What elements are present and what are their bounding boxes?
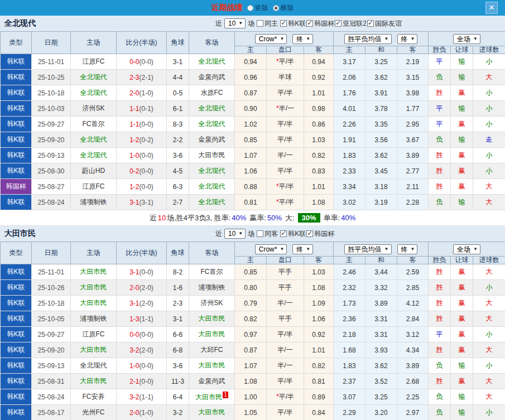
away-odds-cell: 1.03 [304,264,334,280]
handicap-result-value: 输 [459,393,465,400]
match-type-badge: 韩K联 [1,296,32,311]
score-cell: 1-2(0-2) [117,132,167,148]
score-cell: 2-0(2-0) [117,280,167,296]
handicap-value: 平/半 [279,57,294,65]
match-row: 韩K联25-10-03济州SK1-1(0-1)6-1全北现代0.90*半/一0.… [1,101,505,117]
goals-result-cell: 小 [473,163,505,179]
away-team-name: 全北现代 [199,198,225,206]
bookmaker-select[interactable]: Crow*▼ [255,244,287,254]
league-checkbox[interactable] [306,20,313,27]
score-cell: 1-2(0-0) [117,179,167,195]
league-checkbox[interactable] [280,230,287,237]
handicap-value: 半/一 [279,104,294,112]
handicap-value: 半/一 [277,346,292,354]
score-cell: 2-0(1-0) [117,405,167,420]
league-filter[interactable]: 韩国杯 [306,229,334,239]
home-odds-cell: 1.07 [235,148,267,163]
half-time-score: (0-0) [140,378,153,385]
same-venue-checkbox[interactable] [257,230,263,237]
goals-result-cell: 大 [473,195,505,210]
avg-win-odds-cell: 4.01 [334,101,365,117]
handicap-result-value: 赢 [459,120,465,128]
same-venue-checkbox[interactable] [257,20,263,27]
avg-draw-odds-cell: 3.25 [365,389,397,405]
sub-col-result: 胜负 [429,257,451,264]
full-time-score: 2-1 [129,378,139,385]
home-team-cell: 大田市民 [71,342,117,358]
dropdown-arrow-icon: ▼ [411,245,415,253]
league-filter[interactable]: 国际友谊 [367,19,402,28]
avg-win-odds-cell: 3.02 [334,195,365,210]
corner-cell: 4-4 [167,70,189,85]
league-checkbox[interactable] [335,20,342,27]
match-count-select[interactable]: 10 ▼ [224,229,246,239]
close-button[interactable]: ✕ [485,2,498,14]
league-filter[interactable]: 韩国杯 [306,19,334,28]
goals-result-value: 大 [486,268,493,276]
league-checkbox[interactable] [280,20,287,27]
scope-select[interactable]: 全场▼ [453,244,480,254]
league-checkbox[interactable] [367,20,374,27]
home-team-name: 江原FC [83,182,105,190]
league-filter[interactable]: 亚冠联2 [335,19,367,28]
avg-win-odds-cell: 2.36 [334,311,365,327]
avg-win-odds-cell: 1.73 [334,296,365,311]
col-type: 类型 [1,32,32,54]
handicap-value: 平手 [278,283,292,291]
match-count-select[interactable]: 10 ▼ [224,18,246,28]
half-time-score: (0-0) [140,362,153,370]
avg-draw-odds-cell: 3.56 [365,132,397,148]
league-checkbox[interactable] [306,230,313,237]
league-filter[interactable]: 韩K联 [280,19,306,28]
home-team-name: 全北现代 [80,89,107,96]
radio-button-icon[interactable] [247,5,253,11]
same-venue-filter[interactable]: 同主 [257,19,278,28]
result-cell: 负 [429,195,451,210]
away-team-cell: 金泉尚武 [189,132,235,148]
avg-time-select[interactable]: 终▼ [397,34,418,44]
odds-time-select[interactable]: 终▼ [292,34,313,44]
half-time-score: (2-0) [140,284,153,292]
avg-lose-odds-cell: 3.89 [397,358,429,374]
league-label: 亚冠联2 [343,19,367,28]
odds-time-select[interactable]: 终▼ [292,244,313,254]
same-venue-filter[interactable]: 同客 [257,229,278,239]
avg-lose-odds-cell: 2.84 [397,311,429,327]
handicap-value: 平/半 [279,182,294,190]
away-team-name: 大田市民 [199,361,225,369]
avg-odds-select[interactable]: 胜平负均值▼ [344,244,392,254]
away-odds-cell: 0.86 [304,117,334,132]
col-home: 主场 [71,242,117,264]
half-time-score: (2-0) [140,300,153,307]
win-rate: 40% [232,214,246,222]
near-label: 近 [215,19,222,28]
away-team-name: 浦项制铁 [199,283,225,291]
home-odds-cell: 0.90 [235,101,267,117]
layout-option-horizontal[interactable]: 横版 [273,3,294,13]
league-label: 韩K联 [288,229,306,239]
bookmaker-select[interactable]: Crow*▼ [255,34,287,44]
home-team-name: 全北现代 [80,151,107,159]
handicap-value: 半/一 [277,151,292,159]
league-filter[interactable]: 韩K联 [280,229,306,239]
avg-odds-select[interactable]: 胜平负均值▼ [344,34,392,44]
summary-text: 赢率: [249,213,266,223]
sub-col-avg-draw: 和 [365,257,397,264]
half-time-score: (0-0) [140,183,153,191]
layout-option-vertical[interactable]: 竖版 [247,3,268,13]
scope-select[interactable]: 全场▼ [453,34,480,44]
handicap-result-cell: 赢 [451,280,473,296]
handicap-result-value: 赢 [459,268,465,276]
result-cell: 负 [429,70,451,85]
goals-result-cell: 大 [473,179,505,195]
handicap-value: 平/半 [277,330,292,338]
summary-text: 大: [285,213,295,223]
result-cell: 胜 [429,85,451,101]
result-value: 胜 [436,283,443,291]
goals-result-value: 小 [486,120,493,128]
corner-cell: 2-3 [167,296,189,311]
avg-time-select[interactable]: 终▼ [397,244,418,254]
handicap-result-value: 输 [459,57,465,65]
radio-button-icon[interactable] [273,5,279,11]
score-cell: 3-1(3-1) [117,195,167,210]
